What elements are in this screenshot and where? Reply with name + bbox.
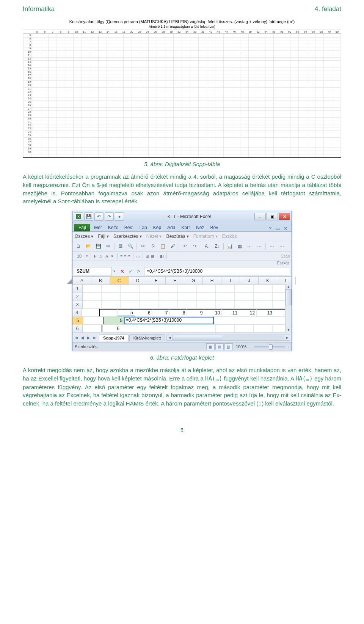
cell-row4-6[interactable]: 9 (187, 309, 204, 316)
borders-icon[interactable]: ▦ (151, 254, 154, 259)
col-header-E[interactable]: E (147, 277, 166, 284)
col-header-D[interactable]: D (129, 277, 147, 284)
ribbon-minimize-icon[interactable]: ▭ (275, 226, 280, 231)
horizontal-scrollbar[interactable]: ◀ ▶ (166, 335, 290, 341)
help-icon[interactable]: ? (269, 226, 271, 231)
cut-icon[interactable]: ✂ (138, 242, 147, 250)
cell-row4-7[interactable]: 10 (204, 309, 222, 316)
sheet-nav-last-icon[interactable]: ⏭ (91, 334, 97, 341)
cell-row4-5[interactable]: 8 (169, 309, 187, 316)
misc4-icon[interactable]: ⋯ (277, 242, 286, 250)
format-painter-icon[interactable]: 🖌 (168, 242, 177, 250)
row-header-6[interactable]: 6 (72, 325, 83, 332)
ribbon-tab[interactable]: Néz (195, 224, 206, 231)
vertical-scrollbar[interactable]: ▲ ▼ (285, 284, 292, 333)
scroll-up-icon[interactable]: ▲ (286, 284, 292, 290)
sub-osszes[interactable]: Összes ▾ (75, 234, 93, 239)
scroll-left-icon[interactable]: ◀ (167, 335, 173, 340)
merge-icon[interactable]: ▭ (136, 254, 140, 259)
hscroll-thumb[interactable] (172, 335, 222, 340)
ribbon-tab[interactable]: Lap (138, 224, 149, 231)
undo-icon[interactable]: ↶ (94, 212, 104, 221)
col-header-B[interactable]: B (91, 277, 110, 284)
undo2-icon[interactable]: ↶ (180, 242, 190, 250)
align-center-icon[interactable]: ≡ (124, 254, 126, 258)
misc3-icon[interactable]: ⋯ (267, 242, 276, 250)
cell-row4-10[interactable]: 13 (257, 309, 274, 316)
vscroll-thumb[interactable] (286, 289, 292, 305)
doc-close-icon[interactable]: ✕ (284, 226, 288, 231)
sheet-tab-sopp[interactable]: Sopp-1974 (99, 334, 129, 341)
fx-icon[interactable]: fx (135, 267, 143, 275)
namebox-dropdown-icon[interactable]: ▾ (112, 269, 117, 273)
col-header-C[interactable]: C (110, 277, 129, 284)
sub-eszkoz[interactable]: Eszköz (222, 234, 237, 239)
italic-icon[interactable]: D (98, 254, 104, 258)
new-icon[interactable]: 🗋 (74, 242, 83, 250)
window-maximize-button[interactable]: ▣ (267, 213, 278, 220)
col-header-L[interactable]: L (277, 277, 296, 284)
save2-icon[interactable]: 💾 (94, 242, 103, 250)
sub-formatum[interactable]: Formátum ▾ (193, 234, 218, 239)
cell-b5[interactable]: 5 (104, 317, 124, 324)
cell-row4-8[interactable]: 11 (222, 309, 239, 316)
qat-more-icon[interactable]: ▾ (115, 212, 124, 221)
preview-icon[interactable]: 🔍 (126, 242, 135, 250)
row-header-1[interactable]: 1 (72, 285, 83, 292)
redo2-icon[interactable]: ↷ (190, 242, 199, 250)
table-icon[interactable]: ▦ (235, 242, 244, 250)
align-right-icon[interactable]: ≡ (128, 254, 130, 258)
misc2-icon[interactable]: ⋯ (255, 242, 264, 250)
zoom-value[interactable]: 100% (236, 344, 246, 349)
cell-c5-editing[interactable]: =0,4*C$4^2*($B5+3)/10000 (124, 317, 214, 324)
cell-row4-2[interactable]: 5 (118, 309, 135, 316)
cell-row4-9[interactable]: 12 (239, 309, 257, 316)
name-box[interactable]: SZUM (74, 267, 112, 275)
view-pagebreak-icon[interactable]: ▧ (224, 343, 233, 350)
formula-enter-icon[interactable]: ✓ (127, 267, 134, 275)
font-size-value[interactable]: 10 (74, 254, 85, 258)
sheet-nav-next-icon[interactable]: ▶ (85, 334, 91, 341)
ribbon-tab[interactable]: Kép (152, 224, 163, 231)
bold-icon[interactable]: F (94, 254, 96, 258)
select-all-corner[interactable] (72, 277, 73, 284)
col-header-A[interactable]: A (73, 277, 91, 284)
mail-icon[interactable]: ✉ (104, 242, 113, 250)
col-header-J[interactable]: J (240, 277, 259, 284)
scroll-right-icon[interactable]: ▶ (284, 335, 290, 340)
view-normal-icon[interactable]: ▦ (206, 343, 215, 350)
scroll-down-icon[interactable]: ▼ (286, 327, 292, 333)
file-tab[interactable]: Fájl (74, 224, 90, 231)
col-header-K[interactable]: K (259, 277, 277, 284)
cell-row4-3[interactable]: 6 (135, 309, 152, 316)
col-header-I[interactable]: I (221, 277, 240, 284)
paste-icon[interactable]: 📋 (158, 242, 167, 250)
cell-row4-0[interactable] (82, 309, 99, 316)
underline-icon[interactable]: A (105, 254, 108, 258)
sub-nezet[interactable]: Nézet ▾ (146, 234, 162, 239)
sheet-nav-first-icon[interactable]: ⏮ (73, 334, 79, 341)
ribbon-tab[interactable]: Mer (93, 224, 104, 231)
ribbon-tab[interactable]: Bes: (123, 224, 135, 231)
sort-asc-icon[interactable]: A↓ (203, 242, 212, 250)
sort-desc-icon[interactable]: Z↓ (213, 242, 222, 250)
row-header-3[interactable]: 3 (72, 301, 83, 308)
ribbon-tab[interactable]: Bőv (209, 224, 220, 231)
column-headers[interactable]: ABCDEFGHIJKL (72, 277, 292, 285)
spreadsheet-grid[interactable]: ABCDEFGHIJKL 1 2 3 4567891011121314 5 5 … (72, 277, 292, 333)
view-layout-icon[interactable]: ▤ (215, 343, 224, 350)
col-header-G[interactable]: G (184, 277, 203, 284)
formula-input[interactable]: =0,4*C$4^2*($B5+3)/10000 (144, 267, 290, 275)
cell-b6[interactable]: 6 (102, 325, 121, 332)
window-close-button[interactable]: ✕ (279, 213, 290, 220)
copy-icon[interactable]: ⎘ (148, 242, 157, 250)
row-header-5[interactable]: 5 (72, 317, 83, 324)
sheet-nav-prev-icon[interactable]: ◀ (79, 334, 85, 341)
formula-cancel-icon[interactable]: ✕ (118, 267, 126, 275)
currency-icon[interactable]: ⊞ (146, 254, 149, 259)
cell-row4-1[interactable] (99, 309, 118, 316)
fill-color-icon[interactable]: ◧ (160, 254, 164, 259)
ribbon-tab[interactable]: Ada (166, 224, 177, 231)
save-icon[interactable]: 💾 (84, 212, 93, 221)
zoom-out-icon[interactable]: − (249, 344, 252, 349)
